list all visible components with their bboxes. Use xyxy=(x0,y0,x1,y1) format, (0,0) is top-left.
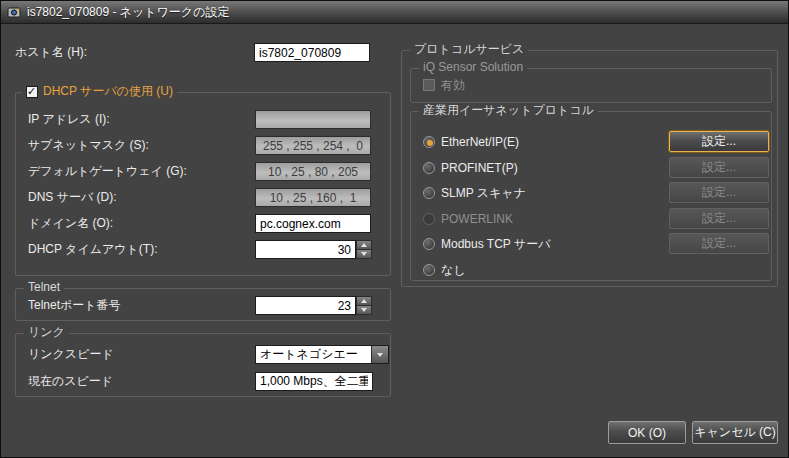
dhcp-group: ✓ DHCP サーバの使用 (U) IP アドレス (I): サブネットマスク … xyxy=(15,92,391,276)
profinet-settings-button: 設定... xyxy=(669,157,769,178)
host-name-input[interactable] xyxy=(254,43,370,62)
spin-down-icon xyxy=(361,308,367,312)
link-group: リンク リンクスピード オートネゴシエー 現在のスピード xyxy=(15,333,391,397)
host-name-label: ホスト名 (H): xyxy=(15,43,87,62)
spin-up-icon xyxy=(361,243,367,247)
telnet-port-input[interactable] xyxy=(255,296,356,315)
dhcp-legend: ✓ DHCP サーバの使用 (U) xyxy=(22,84,177,99)
domain-name-input[interactable] xyxy=(255,214,371,233)
iq-enable-label: 有効 xyxy=(441,76,465,95)
default-gateway-label: デフォルトゲートウェイ (G): xyxy=(28,162,187,181)
network-settings-dialog: is7802_070809 - ネットワークの設定 ホスト名 (H): ✓ DH… xyxy=(0,0,789,458)
link-speed-select[interactable]: オートネゴシエー xyxy=(255,345,389,364)
subnet-mask-label: サブネットマスク (S): xyxy=(28,136,149,155)
dns-server-input xyxy=(255,188,371,207)
industrial-protocol-legend: 産業用イーサネットプロトコル xyxy=(419,103,598,118)
radio-ethernet-ip-label: EtherNet/IP(E) xyxy=(441,133,519,152)
protocol-services-legend: プロトコルサービス xyxy=(410,42,528,57)
spin-up-icon xyxy=(361,299,367,303)
window-title: is7802_070809 - ネットワークの設定 xyxy=(27,4,229,21)
powerlink-settings-button: 設定... xyxy=(669,208,769,229)
cancel-button[interactable]: キャンセル (C) xyxy=(692,421,778,444)
telnet-legend: Telnet xyxy=(24,280,64,295)
slmp-settings-button: 設定... xyxy=(669,182,769,203)
radio-modbus-tcp-label: Modbus TCP サーバ xyxy=(441,235,551,254)
spin-down-icon xyxy=(361,252,367,256)
radio-ethernet-ip[interactable] xyxy=(423,136,435,148)
radio-slmp-scanner-label: SLMP スキャナ xyxy=(441,184,526,203)
dhcp-timeout-label: DHCP タイムアウト(T): xyxy=(28,240,157,259)
dhcp-timeout-input[interactable] xyxy=(255,240,356,259)
dns-server-label: DNS サーバ (D): xyxy=(28,188,117,207)
iq-sensor-legend: iQ Sensor Solution xyxy=(419,60,527,75)
radio-modbus-tcp[interactable] xyxy=(423,238,435,250)
link-speed-label: リンクスピード xyxy=(28,345,114,364)
radio-dot xyxy=(427,140,433,146)
ethernet-ip-settings-button[interactable]: 設定... xyxy=(669,131,769,152)
telnet-group: Telnet Telnetポート番号 xyxy=(15,288,391,321)
iq-enable-checkbox xyxy=(423,79,435,91)
industrial-protocol-group: 産業用イーサネットプロトコル EtherNet/IP(E) 設定... PROF… xyxy=(410,111,772,281)
spin-down-button[interactable] xyxy=(356,250,372,259)
title-bar[interactable]: is7802_070809 - ネットワークの設定 xyxy=(1,1,788,24)
subnet-mask-input xyxy=(255,136,371,155)
spin-down-button[interactable] xyxy=(356,306,372,315)
telnet-port-stepper xyxy=(356,296,372,315)
domain-name-label: ドメイン名 (O): xyxy=(28,214,113,233)
spin-up-button[interactable] xyxy=(356,240,372,250)
radio-powerlink xyxy=(423,213,435,225)
chevron-down-icon xyxy=(377,353,383,357)
radio-none-label: なし xyxy=(441,261,466,280)
telnet-port-label: Telnetポート番号 xyxy=(28,296,121,315)
modbus-settings-button: 設定... xyxy=(669,233,769,254)
radio-profinet[interactable] xyxy=(423,162,435,174)
combo-dropdown-button[interactable] xyxy=(371,346,388,363)
default-gateway-input xyxy=(255,162,371,181)
check-icon: ✓ xyxy=(27,84,36,98)
radio-none[interactable] xyxy=(423,264,435,276)
iq-sensor-group: iQ Sensor Solution 有効 xyxy=(410,68,772,103)
dhcp-checkbox-label: DHCP サーバの使用 (U) xyxy=(43,84,173,99)
window-icon xyxy=(7,5,21,19)
link-legend: リンク xyxy=(24,325,69,340)
radio-powerlink-label: POWERLINK xyxy=(441,210,513,229)
protocol-services-group: プロトコルサービス iQ Sensor Solution 有効 産業用イーサネッ… xyxy=(401,50,778,287)
radio-profinet-label: PROFINET(P) xyxy=(441,159,518,178)
current-speed-label: 現在のスピード xyxy=(28,372,113,391)
radio-slmp-scanner[interactable] xyxy=(423,187,435,199)
spin-up-button[interactable] xyxy=(356,296,372,306)
ok-button[interactable]: OK (O) xyxy=(608,421,686,444)
ip-address-input xyxy=(255,110,371,129)
ip-address-label: IP アドレス (I): xyxy=(28,110,110,129)
current-speed-input xyxy=(255,372,373,391)
link-speed-value: オートネゴシエー xyxy=(260,346,370,363)
dhcp-timeout-stepper xyxy=(356,240,372,259)
dhcp-checkbox[interactable]: ✓ xyxy=(26,86,38,98)
